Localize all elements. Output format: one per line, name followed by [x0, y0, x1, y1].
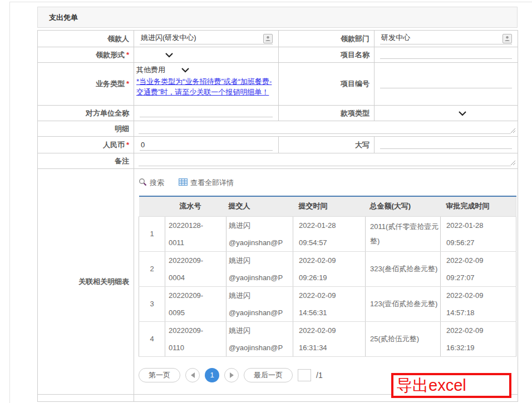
payee-label: 领款人 — [38, 31, 134, 47]
counterparty-input[interactable] — [140, 106, 273, 117]
business-type-value: 其他费用 — [136, 65, 165, 75]
related-panel-cell: 搜索 查看全部详情 — [134, 169, 518, 395]
remark-textarea[interactable] — [135, 155, 516, 168]
page-title: 支出凭单 — [37, 7, 518, 28]
project-name-input[interactable] — [380, 48, 512, 59]
counterparty-field — [134, 106, 279, 121]
remark-label: 备注 — [38, 153, 134, 169]
search-icon — [139, 178, 147, 188]
project-no-input[interactable] — [380, 77, 512, 88]
person-icon[interactable] — [263, 34, 273, 43]
payment-form-select[interactable] — [134, 47, 279, 63]
export-excel-button[interactable]: 导出excel — [391, 373, 511, 398]
table-grid-icon — [179, 178, 188, 187]
voucher-document: 支出凭单 领款人 姚进闪(研发中心) 领款部门 研发中心 — [37, 7, 518, 402]
search-button[interactable]: 搜索 — [139, 178, 164, 188]
chevron-down-icon — [458, 110, 467, 118]
payee-dept-input[interactable]: 研发中心 — [380, 32, 512, 44]
person-icon[interactable] — [503, 34, 512, 43]
rmb-label: 人民币* — [38, 137, 134, 153]
next-page-icon[interactable] — [224, 368, 239, 382]
payment-type-select[interactable] — [375, 106, 518, 121]
capital-input[interactable] — [380, 138, 512, 149]
related-table-header: 流水号 提交人 提交时间 总金额(大写) 审批完成时间 — [139, 196, 516, 216]
col-approve-time: 审批完成时间 — [441, 196, 516, 216]
business-type-label: 业务类型* — [38, 63, 134, 106]
payee-value: 姚进闪(研发中心) — [140, 33, 263, 44]
payee-dept-value: 研发中心 — [380, 33, 503, 44]
prev-page-icon[interactable] — [185, 368, 200, 382]
col-index — [139, 196, 165, 216]
panel-toolbar: 搜索 查看全部详情 — [139, 176, 518, 190]
rmb-field: 0 — [134, 137, 279, 153]
project-no-label: 项目编号 — [279, 63, 375, 106]
project-name-label: 项目名称 — [279, 47, 375, 63]
table-row[interactable]: 220220209-0004姚进闪@yaojinshan@P2022-02-09… — [139, 251, 516, 286]
project-name-field — [375, 47, 518, 63]
rmb-value: 0 — [140, 141, 273, 150]
payment-type-label: 款项类型 — [279, 106, 375, 121]
rmb-input[interactable]: 0 — [140, 138, 273, 151]
current-page-badge[interactable]: 1 — [205, 368, 219, 382]
col-serial: 流水号 — [165, 196, 226, 216]
page: 支出凭单 领款人 姚进闪(研发中心) 领款部门 研发中心 — [0, 0, 532, 403]
capital-label: 大写 — [279, 137, 375, 153]
payee-field: 姚进闪(研发中心) — [134, 31, 279, 47]
payment-form-label: 领款形式* — [38, 47, 134, 63]
search-label: 搜索 — [150, 178, 164, 188]
related-table-label: 关联相关明细表 — [38, 169, 134, 395]
business-type-select[interactable]: 其他费用 — [134, 63, 278, 76]
counterparty-label: 对方单位全称 — [38, 106, 134, 121]
related-table: 流水号 提交人 提交时间 总金额(大写) 审批完成时间 120220128-00… — [139, 196, 516, 357]
related-panel: 搜索 查看全部详情 — [134, 169, 518, 394]
payee-dept-field: 研发中心 — [375, 31, 518, 47]
chevron-down-icon — [181, 66, 190, 74]
first-page-button[interactable]: 第一页 — [139, 368, 180, 382]
capital-field — [375, 137, 518, 153]
detail-textarea[interactable] — [135, 122, 516, 136]
chevron-down-icon — [165, 51, 174, 59]
last-page-button[interactable]: 最后一页 — [244, 368, 293, 382]
payee-dept-label: 领款部门 — [279, 31, 375, 47]
payee-input[interactable]: 姚进闪(研发中心) — [140, 32, 273, 44]
resize-handle-icon[interactable] — [510, 127, 516, 135]
remark-field — [134, 153, 518, 169]
page-total-label: /1 — [316, 371, 323, 380]
view-all-label: 查看全部详情 — [190, 178, 234, 188]
col-submitter: 提交人 — [226, 196, 293, 216]
voucher-form: 领款人 姚进闪(研发中心) 领款部门 研发中心 — [37, 30, 518, 402]
page-number-input[interactable] — [298, 369, 311, 381]
detail-label: 明细 — [38, 121, 134, 137]
col-amount: 总金额(大写) — [366, 196, 441, 216]
detail-field — [134, 121, 518, 137]
table-row[interactable]: 120220128-0011姚进闪@yaojinshan@P2022-01-28… — [139, 216, 516, 251]
empty-label-cell — [38, 395, 134, 402]
col-submit-time: 提交时间 — [293, 196, 366, 216]
table-row[interactable]: 320220209-0095姚进闪@yaojinshan@P2022-02-09… — [139, 286, 516, 321]
resize-handle-icon[interactable] — [510, 159, 516, 167]
view-all-button[interactable]: 查看全部详情 — [179, 178, 234, 188]
table-row[interactable]: 420220209-0110姚进闪@yaojinshan@P2022-02-09… — [139, 321, 516, 356]
project-no-field — [375, 63, 518, 106]
business-type-note: *当业务类型为“业务招待费”或者“加班餐费-交通费”时，请至少关联一个报销明细单… — [134, 76, 278, 99]
related-table-body: 120220128-0011姚进闪@yaojinshan@P2022-01-28… — [139, 216, 516, 356]
business-type-field: 其他费用 *当业务类型为“业务招待费”或者“加班餐费-交通费”时，请至少关联一个… — [134, 63, 279, 106]
